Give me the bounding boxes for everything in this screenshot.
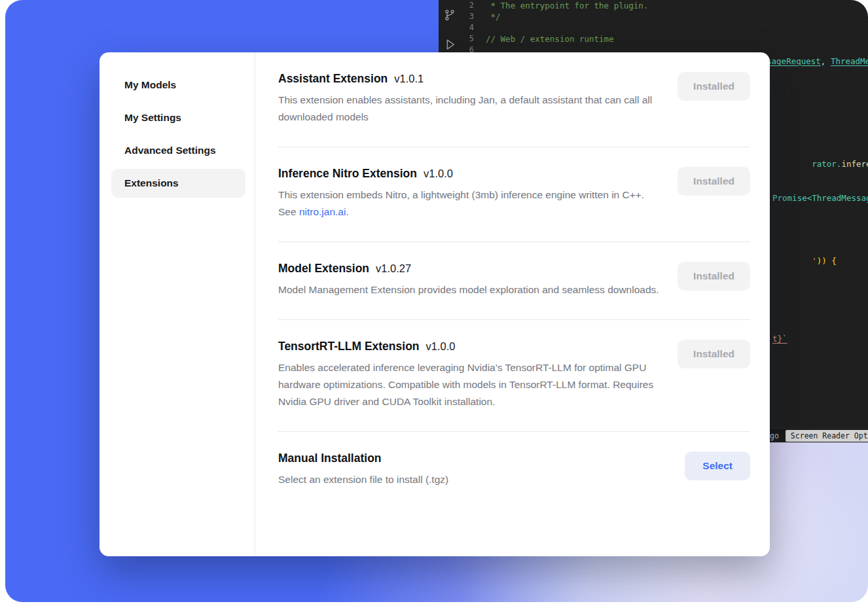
sidebar-item-extensions[interactable]: Extensions: [111, 169, 245, 198]
code-token: inference: [841, 159, 868, 169]
extension-title: Assistant Extension v1.0.1: [278, 72, 664, 86]
line-number: 3: [461, 11, 486, 22]
extension-description: This extension enables assistants, inclu…: [278, 92, 664, 126]
extension-name: Inference Nitro Extension: [278, 167, 417, 181]
extension-version: v1.0.27: [376, 262, 411, 275]
extension-description: Model Management Extension provides mode…: [278, 281, 659, 298]
line-number: 4: [461, 22, 486, 33]
installed-button[interactable]: Installed: [678, 72, 750, 101]
extension-row-tensorrt: TensortRT-LLM Extension v1.0.0 Enables a…: [278, 320, 750, 432]
code-area: 2 * The entrypoint for the plugin. 3 */ …: [461, 0, 868, 56]
extension-description: Enables accelerated inference leveraging…: [278, 359, 664, 410]
run-play-icon[interactable]: [443, 37, 457, 52]
code-fragment: t}`: [772, 334, 787, 344]
page: 2 * The entrypoint for the plugin. 3 */ …: [0, 0, 868, 606]
extension-row-model: Model Extension v1.0.27 Model Management…: [278, 242, 750, 320]
extension-name: Assistant Extension: [278, 72, 388, 86]
extension-version: v1.0.0: [424, 168, 453, 180]
language-mode-indicator[interactable]: go: [770, 431, 779, 440]
sidebar-item-my-settings[interactable]: My Settings: [111, 103, 245, 132]
extension-title: Inference Nitro Extension v1.0.0: [278, 167, 664, 181]
sidebar-item-advanced-settings[interactable]: Advanced Settings: [111, 136, 245, 165]
code-line: 3 */: [461, 11, 868, 22]
code-token: ': [812, 256, 817, 266]
extension-name: TensortRT-LLM Extension: [278, 340, 420, 353]
code-line: 5 // Web / extension runtime: [461, 33, 868, 45]
extension-version: v1.0.0: [426, 340, 456, 353]
extension-row-nitro: Inference Nitro Extension v1.0.0 This ex…: [278, 147, 750, 242]
code-line: 4: [461, 22, 868, 33]
line-number: 5: [461, 33, 486, 45]
screen-reader-chip[interactable]: Screen Reader Optimized: [786, 430, 868, 442]
extension-name: Manual Installation: [278, 452, 382, 465]
select-file-button[interactable]: Select: [685, 452, 750, 480]
extension-title: Model Extension v1.0.27: [278, 262, 659, 276]
installed-button[interactable]: Installed: [678, 262, 750, 291]
nitro-link[interactable]: nitro.jan.ai.: [299, 206, 349, 217]
extension-version: v1.0.1: [394, 73, 424, 85]
code-fragment: Promise<ThreadMessage>: [772, 194, 868, 203]
code-token: rator.: [812, 159, 841, 169]
code-line: 2 * The entrypoint for the plugin.: [461, 0, 868, 11]
code-fragment: ')) {: [772, 247, 837, 275]
manual-installation-description: Select an extension file to install (.tg…: [278, 471, 448, 488]
code-comment: // Web / extension runtime: [486, 33, 614, 45]
settings-modal: My Models My Settings Advanced Settings …: [99, 52, 770, 556]
settings-sidebar: My Models My Settings Advanced Settings …: [99, 52, 255, 556]
line-number: 2: [461, 0, 486, 11]
sidebar-item-my-models[interactable]: My Models: [111, 71, 245, 99]
hero-background: 2 * The entrypoint for the plugin. 3 */ …: [5, 0, 868, 602]
extension-name: Model Extension: [278, 262, 369, 276]
code-token: ,: [821, 56, 831, 66]
code-fragment: rator.inference(data));: [772, 151, 868, 178]
extension-title: TensortRT-LLM Extension v1.0.0: [278, 340, 664, 353]
installed-button[interactable]: Installed: [678, 340, 750, 368]
extension-description: This extension embeds Nitro, a lightweig…: [278, 187, 664, 221]
manual-installation-row: Manual Installation Select an extension …: [278, 432, 750, 509]
code-comment: */: [486, 11, 501, 22]
extension-row-assistant: Assistant Extension v1.0.1 This extensio…: [278, 52, 750, 147]
git-branch-icon[interactable]: [443, 8, 456, 22]
installed-button[interactable]: Installed: [678, 167, 750, 196]
code-comment: * The entrypoint for the plugin.: [486, 0, 648, 11]
manual-installation-title: Manual Installation: [278, 452, 448, 465]
extensions-list: Assistant Extension v1.0.1 This extensio…: [255, 52, 770, 556]
code-token: )) {: [817, 256, 837, 266]
code-token: ThreadMessage: [831, 56, 868, 66]
